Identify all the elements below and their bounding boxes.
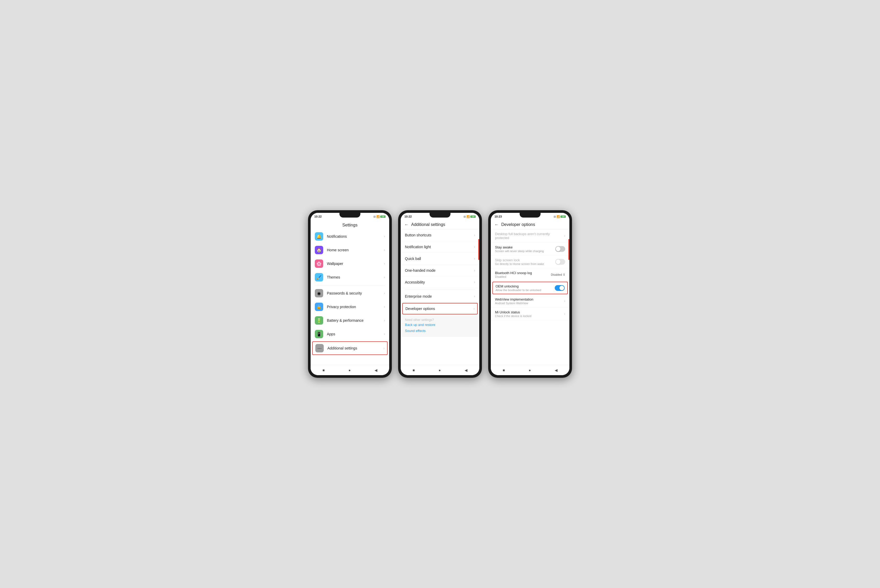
settings-item-themes[interactable]: 🖌️ Themes ›	[311, 270, 389, 284]
menu-item-notif-light[interactable]: Notification light ›	[401, 241, 479, 253]
menu-item-btn-shortcuts[interactable]: Button shortcuts ›	[401, 230, 479, 241]
sim-icon: ⊟	[374, 215, 375, 218]
scrollbar-3[interactable]	[568, 239, 569, 260]
dev-sub-2: Go directly to Home screen from wake	[495, 262, 553, 266]
dev-sub-3: Disabled	[495, 275, 551, 278]
dev-item-info-2: Skip screen lock Go directly to Home scr…	[495, 258, 553, 266]
menu-label-notif-light: Notification light	[405, 245, 431, 249]
chevron-icon-themes: ›	[384, 275, 385, 279]
status-icons-1: ⊟ 📶 100	[374, 215, 386, 218]
toggle-2[interactable]	[555, 259, 565, 265]
menu-item-accessibility[interactable]: Accessibility ›	[401, 276, 479, 288]
chevron-menu-enterprise: ›	[474, 294, 475, 298]
dev-item-6[interactable]: Mi Unlock status Check if the device is …	[491, 308, 569, 321]
settings-label-wallpaper: Wallpaper	[327, 261, 384, 266]
menu-label-one-handed: One-handed mode	[405, 268, 435, 273]
dev-title-3: Bluetooth HCI snoop log	[495, 271, 551, 275]
settings-item-battery[interactable]: 🔋 Battery & performance ›	[311, 314, 389, 327]
dev-item-2[interactable]: Skip screen lock Go directly to Home scr…	[491, 255, 569, 268]
nav-back-3[interactable]: ◀	[551, 366, 561, 374]
settings-item-apps[interactable]: 📱 Apps ›	[311, 327, 389, 341]
screen-3: 10:23 ⊟ 📶 100 ← Developer options Deskto…	[491, 213, 569, 375]
sim-icon-2: ⊟	[464, 215, 466, 218]
divider-settings	[315, 285, 385, 285]
dropdown-3[interactable]: Disabled ⇕	[551, 273, 565, 276]
settings-icon-privacy: 🔒	[315, 303, 323, 311]
dev-item-3[interactable]: Bluetooth HCI snoop log Disabled Disable…	[491, 268, 569, 281]
sound-link[interactable]: Sound effects	[405, 328, 475, 334]
phone-2: 10:22 ⊟ 📶 100 ← Additional settings Butt…	[398, 210, 482, 378]
chevron-menu-one-handed: ›	[474, 268, 475, 272]
settings-label-notifications: Notifications	[327, 234, 384, 238]
dev-item-0[interactable]: Desktop full backups aren't currently pr…	[491, 230, 569, 243]
nav-square[interactable]: ■	[319, 366, 327, 374]
settings-item-home-screen[interactable]: 🏠 Home screen ›	[311, 243, 389, 257]
nav-circle-3[interactable]: ●	[526, 366, 534, 374]
time-1: 10:22	[314, 215, 321, 218]
back-button-3[interactable]: ←	[494, 222, 499, 227]
dev-list: Desktop full backups aren't currently pr…	[491, 230, 569, 364]
sim-icon-3: ⊟	[554, 215, 556, 218]
menu-label-quick-ball: Quick ball	[405, 256, 421, 261]
nav-bar-1: ■ ● ◀	[311, 364, 389, 375]
settings-label-privacy: Privacy protection	[327, 305, 384, 309]
back-button-2[interactable]: ←	[404, 222, 408, 227]
dev-title-5: WebView implementation	[495, 297, 564, 302]
settings-label-themes: Themes	[327, 275, 384, 279]
screen-header-3: ← Developer options	[491, 220, 569, 230]
phone-3: 10:23 ⊟ 📶 100 ← Developer options Deskto…	[488, 210, 572, 378]
status-icons-3: ⊟ 📶 100	[554, 215, 566, 218]
settings-icon-apps: 📱	[315, 330, 323, 338]
settings-item-notifications[interactable]: 🔔 Notifications ›	[311, 230, 389, 243]
scrollbar-2[interactable]	[478, 239, 479, 260]
screen-2: 10:22 ⊟ 📶 100 ← Additional settings Butt…	[401, 213, 479, 375]
dev-item-4[interactable]: OEM unlocking Allow the bootloader to be…	[493, 282, 568, 294]
dev-item-5[interactable]: WebView implementation Android System We…	[491, 295, 569, 308]
dev-title-2: Skip screen lock	[495, 258, 553, 262]
chevron-menu-quick-ball: ›	[474, 257, 475, 261]
nav-square-3[interactable]: ■	[499, 366, 508, 374]
screen-title-2: Additional settings	[411, 222, 445, 227]
chevron-icon-privacy: ›	[384, 305, 385, 309]
settings-item-wallpaper[interactable]: 🌸 Wallpaper ›	[311, 257, 389, 270]
settings-item-additional[interactable]: ⋯ Additional settings ›	[312, 341, 387, 355]
chevron-icon-home-screen: ›	[384, 248, 385, 252]
settings-icon-additional: ⋯	[315, 344, 324, 352]
toggle-4[interactable]	[555, 285, 565, 291]
wifi-icon-2: 📶	[467, 215, 470, 218]
nav-chevron-6: ›	[564, 312, 565, 316]
menu-label-enterprise: Enterprise mode	[405, 294, 432, 298]
chevron-icon-apps: ›	[384, 332, 385, 336]
menu-label-accessibility: Accessibility	[405, 280, 425, 284]
settings-item-privacy[interactable]: 🔒 Privacy protection ›	[311, 300, 389, 314]
menu-list-2: Button shortcuts › Notification light › …	[401, 230, 479, 364]
settings-item-passwords[interactable]: ◉ Passwords & security ›	[311, 286, 389, 300]
screen-title-3: Developer options	[501, 222, 535, 227]
nav-square-2[interactable]: ■	[409, 366, 418, 374]
dev-sub-6: Check if the device is locked	[495, 314, 564, 318]
dev-item-info-4: OEM unlocking Allow the bootloader to be…	[496, 284, 553, 292]
menu-item-quick-ball[interactable]: Quick ball ›	[401, 253, 479, 265]
nav-bar-3: ■ ● ◀	[491, 364, 569, 375]
toggle-1[interactable]	[555, 246, 565, 252]
section-footer: Need other settings? Back up and restore…	[401, 315, 479, 337]
nav-back[interactable]: ◀	[371, 366, 381, 374]
nav-circle[interactable]: ●	[345, 366, 354, 374]
backup-link[interactable]: Back up and restore	[405, 322, 475, 328]
chevron-icon-wallpaper: ›	[384, 262, 385, 266]
settings-icon-passwords: ◉	[315, 289, 323, 297]
nav-back-2[interactable]: ◀	[461, 366, 471, 374]
dev-item-info-0: Desktop full backups aren't currently pr…	[495, 232, 564, 240]
nav-circle-2[interactable]: ●	[435, 366, 444, 374]
dev-item-1[interactable]: Stay awake Screen will never sleep while…	[491, 243, 569, 255]
dev-item-info-1: Stay awake Screen will never sleep while…	[495, 245, 553, 253]
dev-sub-5: Android System WebView	[495, 302, 564, 305]
settings-title: Settings	[311, 220, 389, 230]
menu-item-enterprise[interactable]: Enterprise mode ›	[401, 291, 479, 302]
phone-notch-2	[429, 213, 451, 218]
dev-sub-1: Screen will never sleep while charging	[495, 249, 553, 253]
menu-item-developer[interactable]: Developer options ›	[402, 303, 478, 314]
menu-item-one-handed[interactable]: One-handed mode ›	[401, 265, 479, 276]
battery-icon-3: 100	[560, 216, 566, 218]
settings-label-additional: Additional settings	[327, 346, 383, 350]
